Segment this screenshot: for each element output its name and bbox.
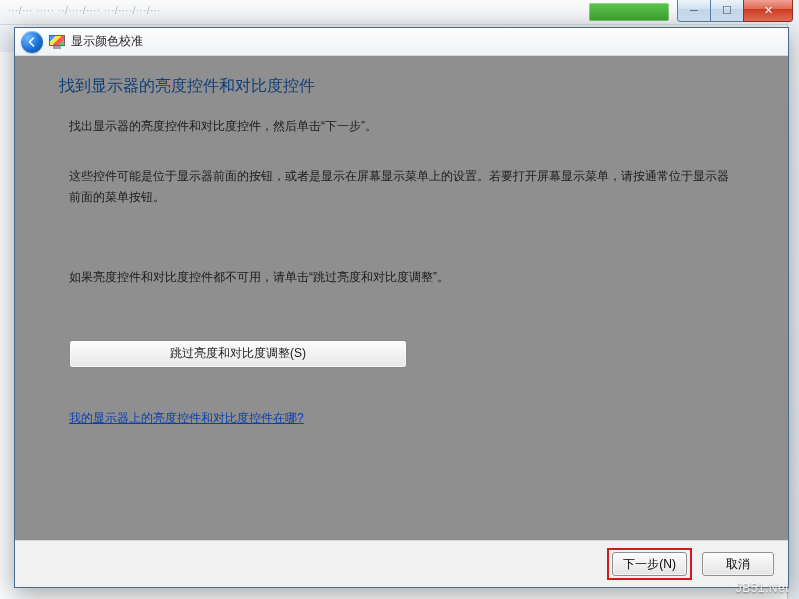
skip-brightness-contrast-button[interactable]: 跳过亮度和对比度调整(S) (69, 340, 407, 368)
color-calibration-wizard: 显示颜色校准 找到显示器的亮度控件和对比度控件 找出显示器的亮度控件和对比度控件… (14, 27, 789, 588)
minimize-button[interactable]: ─ (677, 0, 711, 22)
browser-address-text: ···/··· ····· ··/····/···· ···/····/···/… (8, 4, 161, 16)
paragraph-3: 如果亮度控件和对比度控件都不可用，请单击“跳过亮度和对比度调整”。 (69, 267, 734, 287)
back-button[interactable] (21, 31, 43, 53)
wizard-footer: 下一步(N) 取消 (15, 540, 788, 587)
content-panel: 找出显示器的亮度控件和对比度控件，然后单击“下一步”。 这些控件可能是位于显示器… (39, 112, 764, 540)
paragraph-1: 找出显示器的亮度控件和对比度控件，然后单击“下一步”。 (69, 116, 734, 136)
cancel-button[interactable]: 取消 (702, 552, 774, 576)
window-controls: ─ ☐ ✕ (678, 0, 793, 22)
maximize-button[interactable]: ☐ (710, 0, 744, 22)
wizard-body: 找到显示器的亮度控件和对比度控件 找出显示器的亮度控件和对比度控件，然后单击“下… (15, 56, 788, 540)
monitor-icon (49, 35, 65, 49)
next-button[interactable]: 下一步(N) (612, 552, 687, 576)
close-button[interactable]: ✕ (743, 0, 793, 22)
wizard-title: 显示颜色校准 (71, 33, 143, 50)
browser-green-button[interactable] (589, 3, 669, 21)
watermark-text: JB51.Net (736, 581, 789, 595)
help-link[interactable]: 我的显示器上的亮度控件和对比度控件在哪? (69, 408, 304, 428)
paragraph-2: 这些控件可能是位于显示器前面的按钮，或者是显示在屏幕显示菜单上的设置。若要打开屏… (69, 166, 734, 207)
next-button-highlight: 下一步(N) (607, 548, 692, 580)
arrow-left-icon (26, 36, 38, 48)
page-heading: 找到显示器的亮度控件和对比度控件 (59, 76, 764, 97)
wizard-header: 显示颜色校准 (15, 28, 788, 56)
